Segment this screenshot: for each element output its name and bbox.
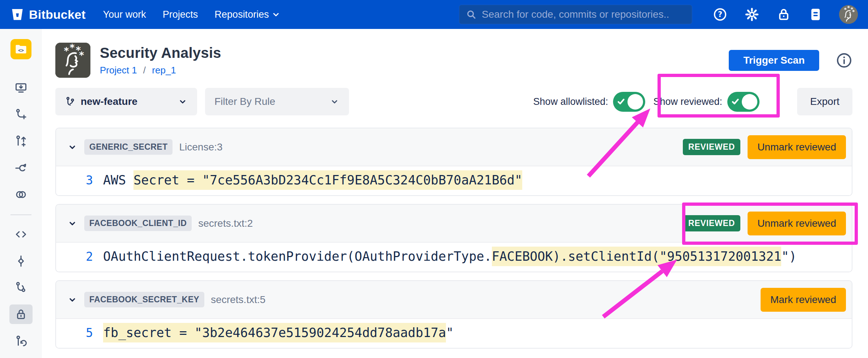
- sidebar-divider: [10, 214, 31, 215]
- branch-selected-value: new-feature: [81, 96, 137, 107]
- svg-text:*: *: [844, 7, 847, 12]
- breadcrumb-project-link[interactable]: Project 1: [100, 65, 137, 76]
- svg-text:*: *: [64, 45, 69, 56]
- code-post: ": [446, 325, 454, 340]
- line-number: 2: [84, 250, 93, 264]
- search-icon: [466, 9, 477, 20]
- rule-filter-selector[interactable]: Filter By Rule: [205, 88, 349, 115]
- chevron-down-icon: [68, 219, 77, 228]
- search-input[interactable]: [482, 9, 685, 20]
- sidebar-item-create-branch[interactable]: [9, 105, 33, 124]
- create-branch-icon: [14, 108, 27, 121]
- collapse-toggle[interactable]: [68, 295, 77, 304]
- repo-folder-icon: <>: [14, 42, 28, 56]
- show-reviewed-label: Show reviewed:: [653, 96, 722, 107]
- source-code-icon: [14, 228, 27, 241]
- finding-code-row: 3 AWS Secret = "7ce556A3bD234Cc1Ff9E8A5C…: [56, 166, 852, 195]
- nav-link-repositories[interactable]: Repositories: [214, 9, 280, 20]
- pull-request-icon: [14, 135, 27, 148]
- sync-branch-icon: [14, 334, 27, 348]
- export-button[interactable]: Export: [797, 88, 852, 115]
- check-icon: [617, 97, 626, 106]
- avatar-face-art: ****: [839, 5, 858, 24]
- collapse-toggle[interactable]: [68, 219, 77, 228]
- help-button[interactable]: ?: [712, 7, 728, 22]
- feedback-icon: [808, 7, 823, 22]
- finding-card: FACEBOOK_CLIENT_ID secrets.txt:2 REVIEWE…: [55, 204, 852, 272]
- status-badge: REVIEWED: [683, 139, 740, 155]
- finding-card-header: FACEBOOK_CLIENT_ID secrets.txt:2 REVIEWE…: [56, 205, 852, 243]
- unmark-reviewed-button[interactable]: Unmark reviewed: [748, 212, 846, 235]
- code-line: AWS Secret = "7ce556A3bD234Cc1Ff9E8A5C32…: [103, 173, 522, 187]
- chevron-down-icon: [68, 142, 77, 152]
- sidebar-item-pull-requests[interactable]: [9, 131, 33, 151]
- sidebar-item-commits[interactable]: [9, 158, 33, 178]
- filter-row: new-feature Filter By Rule Show allowlis…: [55, 88, 852, 115]
- avatar-face-art: ****: [55, 43, 90, 78]
- chevron-down-icon: [272, 10, 280, 19]
- collapse-toggle[interactable]: [68, 142, 77, 152]
- svg-text:?: ?: [718, 10, 722, 19]
- nav-link-your-work[interactable]: Your work: [103, 9, 146, 20]
- toggle-knob: [742, 94, 757, 110]
- nav-link-projects[interactable]: Projects: [163, 9, 198, 20]
- status-badge: REVIEWED: [683, 215, 740, 231]
- main-content: **** Security Analysis Project 1 / rep_1…: [42, 29, 868, 358]
- settings-button[interactable]: [744, 7, 760, 22]
- code-secret-highlight: FACEBOOK).setClientId("950513172001321: [492, 247, 782, 266]
- brand-name: Bitbucket: [29, 8, 86, 22]
- sidebar-item-clone[interactable]: [9, 78, 33, 98]
- breadcrumb-separator: /: [143, 65, 146, 76]
- bitbucket-logo[interactable]: Bitbucket: [10, 7, 86, 22]
- code-line: fb_secret = "3b2e464637e5159024254dd78aa…: [103, 325, 454, 340]
- sidebar-item-deployments[interactable]: [9, 278, 33, 297]
- security-lock-icon: [14, 308, 27, 321]
- bitbucket-logo-icon: [10, 7, 25, 22]
- show-allowlisted-label: Show allowlisted:: [533, 96, 608, 107]
- user-avatar[interactable]: ****: [839, 5, 858, 24]
- mark-reviewed-button[interactable]: Mark reviewed: [761, 288, 846, 312]
- svg-text:*: *: [852, 9, 855, 14]
- repo-avatar[interactable]: <>: [10, 39, 31, 59]
- chevron-down-icon: [68, 295, 77, 304]
- repo-page-avatar: ****: [55, 43, 90, 78]
- toggle-knob: [627, 94, 643, 110]
- sidebar-item-compare[interactable]: [9, 185, 33, 204]
- sidebar-item-sync[interactable]: [9, 331, 33, 351]
- finding-card-header: FACEBOOK_SECRET_KEY secrets.txt:5 Mark r…: [56, 281, 852, 319]
- top-nav: Bitbucket Your work Projects Repositorie…: [0, 0, 868, 29]
- sidebar-item-security[interactable]: [9, 304, 33, 324]
- show-reviewed-toggle[interactable]: [727, 92, 760, 112]
- finding-location: secrets.txt:2: [198, 218, 253, 229]
- clone-icon: [14, 81, 27, 94]
- code-line: OAuthClientRequest.tokenProvider(OAuthPr…: [103, 249, 797, 264]
- show-allowlisted-toggle[interactable]: [613, 92, 645, 112]
- code-secret-highlight: fb_secret = "3b2e464637e5159024254dd78aa…: [103, 323, 446, 342]
- sidebar-item-pipelines[interactable]: [9, 251, 33, 271]
- code-pre: OAuthClientRequest.tokenProvider(OAuthPr…: [103, 249, 492, 264]
- info-button[interactable]: [836, 52, 852, 69]
- page: Bitbucket Your work Projects Repositorie…: [0, 0, 868, 358]
- branch-selector[interactable]: new-feature: [55, 88, 197, 115]
- search-box[interactable]: [459, 5, 692, 24]
- page-header: **** Security Analysis Project 1 / rep_1…: [55, 43, 852, 78]
- security-button[interactable]: [776, 7, 791, 22]
- chevron-down-icon: [329, 97, 340, 107]
- sidebar-item-source[interactable]: [9, 225, 33, 244]
- finding-code-row: 5 fb_secret = "3b2e464637e5159024254dd78…: [56, 319, 852, 348]
- check-icon: [731, 97, 740, 106]
- svg-text:<>: <>: [18, 48, 24, 53]
- finding-code-row: 2 OAuthClientRequest.tokenProvider(OAuth…: [56, 243, 852, 272]
- finding-location: License:3: [179, 141, 222, 153]
- unmark-reviewed-button[interactable]: Unmark reviewed: [748, 135, 846, 159]
- feedback-button[interactable]: [808, 7, 823, 22]
- nav-link-repositories-label: Repositories: [214, 9, 269, 20]
- code-secret-highlight: Secret = "7ce556A3bD234Cc1Ff9E8A5C324C0b…: [133, 170, 522, 190]
- title-block: Security Analysis Project 1 / rep_1: [100, 45, 221, 76]
- trigger-scan-button[interactable]: Trigger Scan: [729, 50, 819, 71]
- commits-icon: [14, 161, 27, 174]
- code-pre: AWS: [103, 173, 133, 187]
- svg-text:*: *: [847, 5, 850, 10]
- svg-text:*: *: [70, 43, 75, 53]
- breadcrumb-repo-link[interactable]: rep_1: [152, 65, 176, 76]
